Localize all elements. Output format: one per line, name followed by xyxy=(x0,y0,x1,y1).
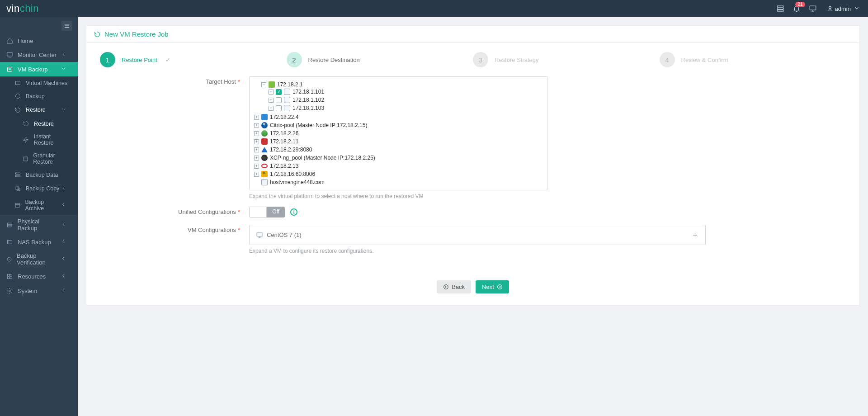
tasks-icon[interactable] xyxy=(776,5,784,13)
sidebar-item-monitor[interactable]: Monitor Center xyxy=(0,47,78,62)
svg-rect-22 xyxy=(10,274,12,276)
sidebar-sub-backuparchive[interactable]: Backup Archive xyxy=(0,196,78,215)
tree-node-label[interactable]: 172.18.1.101 xyxy=(292,89,324,95)
tree-node-label[interactable]: Citrix-pool (Master Node IP:172.18.2.15) xyxy=(270,122,367,128)
tree-node-label[interactable]: 172.18.1.102 xyxy=(292,97,324,103)
expand-icon[interactable]: + xyxy=(254,131,259,136)
expand-icon[interactable]: + xyxy=(269,90,274,95)
sidebar-item-home[interactable]: Home xyxy=(0,34,78,47)
chevron-left-icon xyxy=(60,221,71,229)
chevron-left-icon xyxy=(60,255,71,263)
tree-node-label[interactable]: hostvmengine448.com xyxy=(270,179,325,185)
tree-node-label[interactable]: 172.18.1.103 xyxy=(292,105,324,111)
sidebar-item-label: Physical Backup xyxy=(18,218,60,232)
sidebar-group-vmbackup: Virtual Machines Backup Restore Restore … xyxy=(0,76,78,215)
tree-node-label[interactable]: 172.18.2.26 xyxy=(270,130,298,137)
sidebar-item-label: Restore xyxy=(26,107,46,113)
expand-icon[interactable]: ＋ xyxy=(691,230,699,240)
topbar: vinchin 21 admin xyxy=(0,0,868,17)
sidebar-item-label: Backup xyxy=(26,93,45,99)
wizard-step-2[interactable]: 2 Restore Destination xyxy=(287,52,473,67)
expand-icon[interactable]: + xyxy=(254,172,259,177)
sidebar-sub-instant-restore[interactable]: Instant Restore xyxy=(0,130,78,149)
wizard-step-4[interactable]: 4 Review & Confirm xyxy=(660,52,846,67)
platform-icon xyxy=(261,171,268,177)
vmware-icon xyxy=(269,81,275,88)
notif-badge: 21 xyxy=(795,2,805,7)
tree-node-label[interactable]: 172.18.2.1 xyxy=(277,81,303,88)
tree-node-label[interactable]: 172.18.16.60:8006 xyxy=(270,171,315,177)
expand-icon[interactable]: + xyxy=(254,115,259,120)
target-host-tree[interactable]: − 172.18.2.1 +172.18.1.101+172.18.1.102+… xyxy=(249,76,547,190)
expand-icon[interactable]: + xyxy=(254,123,259,128)
expand-icon[interactable]: + xyxy=(254,147,259,152)
expand-icon[interactable]: + xyxy=(269,106,274,111)
wizard-step-3[interactable]: 3 Restore Strategy xyxy=(473,52,660,67)
host-checkbox[interactable] xyxy=(276,97,282,103)
step-label: Restore Point xyxy=(122,57,157,63)
tree-node-label[interactable]: XCP-ng_pool (Master Node IP:172.18.2.25) xyxy=(270,155,375,161)
monitor-icon[interactable] xyxy=(809,5,817,13)
sidebar-sub-backupcopy[interactable]: Backup Copy xyxy=(0,181,78,196)
host-icon xyxy=(284,105,290,111)
tree-node-label[interactable]: 172.18.2.13 xyxy=(270,163,298,169)
target-host-label: Target Host* xyxy=(104,76,249,199)
display-icon xyxy=(256,232,263,239)
vm-config-name: CentOS 7 (1) xyxy=(267,232,302,238)
svg-rect-9 xyxy=(24,157,28,161)
expand-icon[interactable]: + xyxy=(254,139,259,144)
svg-rect-10 xyxy=(16,173,20,174)
next-button[interactable]: Next xyxy=(476,280,509,293)
sidebar-item-system[interactable]: System xyxy=(0,284,78,298)
sidebar-item-physicalbackup[interactable]: Physical Backup xyxy=(0,215,78,235)
wizard-step-1[interactable]: 1 Restore Point ✓ xyxy=(100,52,287,67)
tree-node-label[interactable]: 172.18.2.29:8080 xyxy=(270,147,312,153)
expand-icon[interactable]: + xyxy=(254,164,259,169)
sidebar-item-resources[interactable]: Resources xyxy=(0,269,78,284)
svg-rect-16 xyxy=(7,223,12,225)
sidebar-sub-virtualmachines[interactable]: Virtual Machines xyxy=(0,76,78,90)
sidebar-sub-restore[interactable]: Restore xyxy=(0,103,78,117)
back-button[interactable]: Back xyxy=(437,280,471,293)
host-checkbox[interactable] xyxy=(276,105,282,111)
svg-point-27 xyxy=(444,285,448,289)
sidebar-collapse[interactable] xyxy=(0,17,78,34)
check-icon: ✓ xyxy=(165,57,170,63)
wizard-footer: Back Next xyxy=(86,270,859,305)
page-title-bar: New VM Restore Job xyxy=(86,26,859,43)
host-checkbox[interactable] xyxy=(276,89,282,95)
sidebar-item-label: NAS Backup xyxy=(18,239,51,246)
back-label: Back xyxy=(452,284,465,290)
expand-icon[interactable]: + xyxy=(269,98,274,103)
svg-rect-13 xyxy=(17,188,20,190)
info-icon[interactable]: i xyxy=(290,208,297,216)
tree-node-label[interactable]: 172.18.2.11 xyxy=(270,138,298,145)
brand-a: vin xyxy=(6,3,20,14)
platform-icon xyxy=(261,155,268,161)
user-menu[interactable]: admin xyxy=(827,5,862,13)
step-number: 3 xyxy=(473,52,488,67)
sidebar-sub-backup[interactable]: Backup xyxy=(0,90,78,103)
expand-icon xyxy=(254,180,259,185)
unified-toggle[interactable]: Off xyxy=(249,207,285,217)
sidebar-item-label: Restore xyxy=(34,121,54,127)
svg-rect-1 xyxy=(777,8,783,9)
sidebar-item-vmbackup[interactable]: VM Backup xyxy=(0,62,78,76)
sidebar-sub-backupdata[interactable]: Backup Data xyxy=(0,168,78,181)
svg-point-25 xyxy=(9,290,11,292)
bell-icon[interactable]: 21 xyxy=(793,5,801,13)
collapse-icon[interactable]: − xyxy=(261,82,266,87)
tree-node-label[interactable]: 172.18.22.4 xyxy=(270,114,298,120)
vm-config-row[interactable]: CentOS 7 (1) ＋ xyxy=(249,225,706,245)
expand-icon[interactable]: + xyxy=(254,156,259,161)
unified-label: Unified Configurations* xyxy=(104,207,249,217)
chevron-down-icon xyxy=(854,5,862,13)
sidebar-item-nasbackup[interactable]: NAS Backup xyxy=(0,235,78,249)
platform-icon xyxy=(261,179,268,185)
svg-rect-17 xyxy=(7,225,12,227)
chevron-down-icon xyxy=(60,65,71,73)
sidebar-sub-restore-restore[interactable]: Restore xyxy=(0,117,78,130)
sidebar-sub-granular-restore[interactable]: Granular Restore xyxy=(0,149,78,168)
sidebar-item-verification[interactable]: Backup Verification xyxy=(0,249,78,269)
step-number: 4 xyxy=(660,52,675,67)
